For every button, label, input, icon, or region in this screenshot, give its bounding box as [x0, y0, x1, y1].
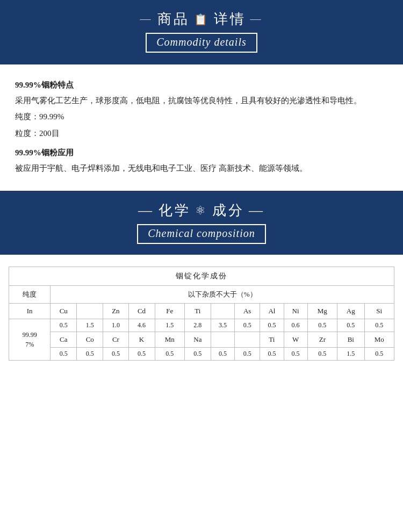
val-Cu: 0.5 — [51, 319, 77, 332]
elem2-W: W — [284, 332, 307, 348]
elem2-Cr: Cr — [103, 332, 128, 348]
table-title-cell: 铟锭化学成份 — [9, 267, 394, 286]
elem2-blank1 — [211, 332, 234, 348]
commodity-content-section: 99.99%铟粉特点 采用气雾化工艺生产，球形度高，低电阻，抗腐蚀等优良特性，且… — [0, 64, 403, 191]
particle-value: 200目 — [39, 129, 60, 138]
val2-Ti: 0.5 — [260, 348, 284, 361]
chemical-cn-word1: 化学 — [159, 201, 191, 220]
val2-K: 0.5 — [128, 348, 155, 361]
val2-blank2: 0.5 — [234, 348, 260, 361]
chemical-cn-word2: 成分 — [212, 201, 244, 220]
elem2-Ca: Ca — [51, 332, 77, 348]
elem-Ni: Ni — [284, 304, 307, 319]
impurity-header-row: 纯度 以下杂质不大于（%） — [9, 286, 394, 304]
table-title-row: 铟锭化学成份 — [9, 267, 394, 286]
elem2-Na: Na — [184, 332, 211, 348]
impurity-col-header: 以下杂质不大于（%） — [51, 286, 394, 304]
purity-value: 99.99% — [39, 112, 64, 121]
elem2-Ti: Ti — [260, 332, 284, 348]
commodity-en-box: Commodity details — [146, 33, 257, 53]
val-Cd: 4.6 — [128, 319, 155, 332]
val-As: 0.5 — [234, 319, 260, 332]
val-Al: 0.5 — [260, 319, 284, 332]
commodity-title-cn: — 商品 详情 — — [140, 10, 263, 28]
elem2-Mn: Mn — [155, 332, 184, 348]
val-blank2: 3.5 — [211, 319, 234, 332]
right-dash: — — [250, 13, 263, 25]
elem-Cd: Cd — [128, 304, 155, 319]
chemical-composition-table: 铟锭化学成份 纯度 以下杂质不大于（%） In Cu Zn Cd Fe Ti A… — [9, 267, 394, 361]
val-Fe: 1.5 — [155, 319, 184, 332]
feature-body: 采用气雾化工艺生产，球形度高，低电阻，抗腐蚀等优良特性，且具有较好的光渗透性和导… — [15, 93, 388, 109]
clipboard-icon — [194, 13, 210, 26]
values-row-1: 99.997% 0.5 1.5 1.0 4.6 1.5 2.8 3.5 0.5 … — [9, 319, 394, 332]
elem2-Bi: Bi — [337, 332, 365, 348]
elem-Cu: Cu — [51, 304, 77, 319]
val2-Co: 0.5 — [77, 348, 103, 361]
elem-Mg: Mg — [307, 304, 337, 319]
val2-blank1: 0.5 — [211, 348, 234, 361]
values-row-2: 0.5 0.5 0.5 0.5 0.5 0.5 0.5 0.5 0.5 0.5 … — [9, 348, 394, 361]
elem-In: In — [9, 304, 51, 319]
commodity-cn-word2: 详情 — [214, 10, 246, 28]
elem2-K: K — [128, 332, 155, 348]
chem-right-dash: — — [249, 203, 265, 219]
elements-row-2: Ca Co Cr K Mn Na Ti W Zr Bi Mo — [9, 332, 394, 348]
val2-Na: 0.5 — [184, 348, 211, 361]
val2-Zr: 0.5 — [307, 348, 337, 361]
val2-Mo: 0.5 — [364, 348, 394, 361]
val2-Bi: 1.5 — [337, 348, 365, 361]
elem2-blank2 — [234, 332, 260, 348]
application-heading: 99.99%铟粉应用 — [15, 145, 388, 161]
val-Ni: 0.6 — [284, 319, 307, 332]
elem2-Mo: Mo — [364, 332, 394, 348]
elem-Si: Si — [364, 304, 394, 319]
left-dash: — — [140, 13, 153, 25]
val-Zn: 1.0 — [103, 319, 128, 332]
val2-Ca: 0.5 — [51, 348, 77, 361]
purity-value-cell: 99.997% — [9, 319, 51, 361]
purity-col-header: 纯度 — [9, 286, 51, 304]
val-Mg: 0.5 — [307, 319, 337, 332]
val-Si: 0.5 — [364, 319, 394, 332]
elements-row-1: In Cu Zn Cd Fe Ti As Al Ni Mg Ag Si — [9, 304, 394, 319]
chemical-header-banner: — 化学 ⚛ 成分 — Chemical composition — [0, 192, 403, 255]
elem2-Zr: Zr — [307, 332, 337, 348]
elem-Zn: Zn — [103, 304, 128, 319]
elem-Ag: Ag — [337, 304, 365, 319]
commodity-header-banner: — 商品 详情 — Commodity details — [0, 0, 403, 64]
elem-As: As — [234, 304, 260, 319]
commodity-title-en: Commodity details — [156, 36, 247, 48]
elem-blank1 — [77, 304, 103, 319]
chemical-title-en: Chemical composition — [148, 227, 255, 239]
molecule-icon: ⚛ — [195, 204, 208, 218]
val2-W: 0.5 — [284, 348, 307, 361]
particle-spec: 粒度：200目 — [15, 126, 388, 141]
chemical-en-box: Chemical composition — [137, 224, 265, 244]
val-blank1: 1.5 — [77, 319, 103, 332]
val-Ti1: 2.8 — [184, 319, 211, 332]
elem-Al: Al — [260, 304, 284, 319]
particle-label: 粒度： — [15, 129, 39, 138]
val-Ag: 0.5 — [337, 319, 365, 332]
chem-left-dash: — — [138, 203, 154, 219]
purity-label: 纯度： — [15, 112, 39, 121]
elem2-Co: Co — [77, 332, 103, 348]
elem-blank2 — [211, 304, 234, 319]
val2-Mn: 0.5 — [155, 348, 184, 361]
table-section: 铟锭化学成份 纯度 以下杂质不大于（%） In Cu Zn Cd Fe Ti A… — [0, 255, 403, 376]
commodity-cn-word1: 商品 — [157, 10, 190, 28]
elem-Ti1: Ti — [184, 304, 211, 319]
chemical-title-cn: — 化学 ⚛ 成分 — — [138, 201, 265, 220]
application-body: 被应用于宇航、电子焊料添加，无线电和电子工业、医疗 高新技术、能源等领域。 — [15, 161, 388, 176]
feature-heading: 99.99%铟粉特点 — [15, 77, 388, 93]
purity-spec: 纯度：99.99% — [15, 109, 388, 125]
val2-Cr: 0.5 — [103, 348, 128, 361]
elem-Fe: Fe — [155, 304, 184, 319]
